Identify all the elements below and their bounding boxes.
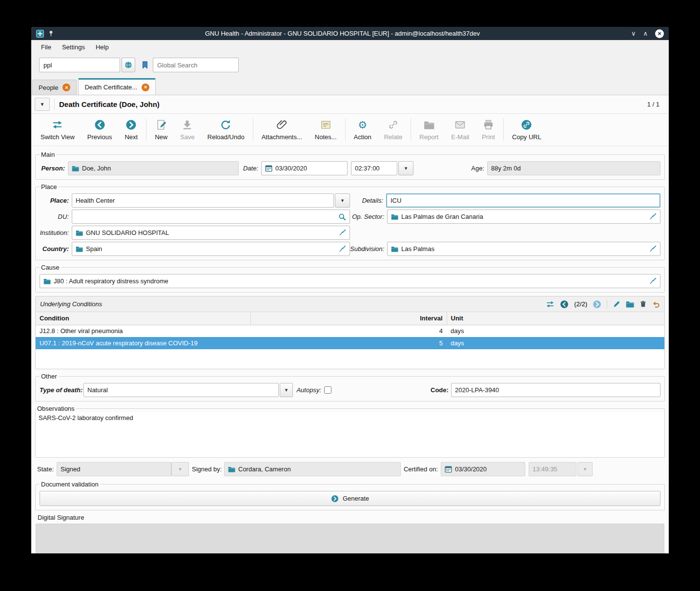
bookmark-icon[interactable]: [142, 61, 148, 69]
op-sector-value: Las Palmas de Gran Canaria: [401, 213, 483, 220]
next-button[interactable]: Next: [118, 114, 144, 146]
tab-death-certificate-close-icon[interactable]: ×: [142, 84, 149, 91]
code-field[interactable]: 2020-LPA-3940: [451, 383, 660, 397]
column-header-interval[interactable]: Interval: [250, 312, 447, 325]
column-header-unit[interactable]: Unit: [447, 312, 664, 325]
table-empty-area: [36, 349, 664, 369]
tab-people[interactable]: People ×: [32, 80, 77, 95]
previous-label: Previous: [87, 133, 112, 141]
type-of-death-field[interactable]: Natural: [83, 383, 279, 397]
list-next-icon[interactable]: [593, 300, 601, 309]
reload-button[interactable]: Reload/Undo: [201, 114, 251, 146]
tab-bar: People × Death Certificate... ×: [31, 76, 669, 95]
op-sector-field[interactable]: Las Palmas de Gran Canaria: [387, 210, 660, 224]
autopsy-checkbox[interactable]: [324, 386, 331, 394]
desktop-background: GNU Health - Administrator - GNU SOLIDAR…: [0, 0, 700, 591]
minimize-button[interactable]: ∨: [631, 30, 636, 37]
notes-button[interactable]: Notes...: [309, 114, 343, 146]
details-field[interactable]: ICU: [386, 193, 660, 208]
global-search-input[interactable]: [153, 58, 239, 72]
toolbar-separator: [146, 119, 146, 141]
table-row[interactable]: J12.8 : Other viral pneumonia 4 days: [36, 325, 664, 337]
toolbar-separator: [503, 119, 504, 141]
place-legend: Place: [40, 183, 59, 190]
place-dropdown-button[interactable]: ▾: [335, 193, 350, 208]
gear-icon: ⚙: [358, 119, 367, 131]
app-window: GNU Health - Administrator - GNU SOLIDAR…: [31, 27, 669, 553]
document-validation-legend: Document validation: [40, 481, 100, 488]
new-icon: [156, 119, 167, 131]
tab-people-close-icon[interactable]: ×: [62, 84, 70, 91]
chevron-down-icon: ▾: [405, 165, 408, 171]
menu-settings[interactable]: Settings: [57, 42, 90, 52]
save-button: Save: [174, 114, 201, 146]
person-field[interactable]: Doe, John: [68, 161, 239, 175]
edit-record-icon[interactable]: [613, 300, 620, 308]
other-fieldset: Other Type of death: Natural ▾ Autopsy: …: [35, 373, 665, 401]
delete-record-icon[interactable]: [639, 300, 647, 308]
titlebar[interactable]: GNU Health - Administrator - GNU SOLIDAR…: [31, 27, 669, 40]
folder-icon: [391, 246, 398, 252]
list-switch-view-icon[interactable]: [546, 300, 555, 309]
email-label: E-Mail: [451, 133, 469, 141]
certified-time-field: 13:49:35: [529, 462, 576, 476]
folder-icon: [228, 466, 235, 472]
menu-help[interactable]: Help: [91, 42, 114, 52]
paperclip-icon: [276, 119, 288, 131]
search-icon[interactable]: [338, 213, 346, 221]
observations-textarea[interactable]: SARS-CoV-2 laboratoy confirmed: [36, 412, 664, 457]
country-field[interactable]: Spain: [72, 242, 350, 256]
clear-icon[interactable]: [649, 213, 657, 220]
subdivision-field[interactable]: Las Palmas: [387, 242, 660, 256]
column-header-condition[interactable]: Condition: [36, 312, 250, 325]
pin-icon[interactable]: [48, 30, 54, 37]
close-window-button[interactable]: ×: [655, 29, 664, 38]
signed-by-field: Cordara, Cameron: [224, 462, 401, 476]
undo-icon[interactable]: [652, 300, 660, 308]
place-field[interactable]: Health Center: [72, 193, 334, 208]
reload-icon: [220, 119, 231, 131]
tab-death-certificate[interactable]: Death Certificate... ×: [78, 78, 156, 95]
attachments-button[interactable]: Attachments...: [255, 114, 309, 146]
institution-value: GNU SOLIDARIO HOSPITAL: [86, 229, 169, 236]
clear-icon[interactable]: [649, 277, 657, 285]
action-button[interactable]: ⚙ Action: [348, 114, 378, 146]
cause-field[interactable]: J80 : Adult respiratory distress syndrom…: [40, 274, 660, 288]
generate-button[interactable]: Generate: [40, 491, 660, 506]
command-input[interactable]: [39, 58, 120, 72]
observations-legend: Observations: [36, 405, 76, 412]
type-of-death-dropdown-button[interactable]: ▾: [280, 383, 293, 397]
cell-condition: U07.1 : 2019-nCoV acute respiratory dise…: [36, 337, 250, 349]
time-field[interactable]: 02:37:00: [351, 161, 397, 175]
maximize-button[interactable]: ∧: [643, 30, 648, 37]
du-field[interactable]: [72, 210, 350, 224]
list-previous-icon[interactable]: [560, 300, 569, 309]
certified-date-value: 03/30/2020: [455, 465, 487, 473]
new-button[interactable]: New: [148, 114, 174, 146]
clear-icon[interactable]: [339, 245, 346, 253]
collapse-button[interactable]: ▼: [35, 98, 50, 111]
clear-icon[interactable]: [649, 245, 657, 253]
next-label: Next: [124, 133, 138, 141]
launch-button[interactable]: [122, 58, 135, 72]
state-dropdown-button: ▾: [171, 462, 189, 476]
document-validation-fieldset: Document validation Generate: [35, 481, 665, 510]
date-field[interactable]: 03/30/2020: [261, 161, 348, 175]
menu-file[interactable]: File: [36, 42, 56, 52]
datetime-dropdown-button[interactable]: ▾: [398, 161, 413, 175]
subdivision-value: Las Palmas: [401, 245, 434, 253]
open-record-icon[interactable]: [626, 300, 634, 308]
underlying-conditions-panel: Underlying Conditions (2/2): [35, 296, 665, 369]
institution-field[interactable]: GNU SOLIDARIO HOSPITAL: [72, 226, 350, 240]
copy-url-button[interactable]: Copy URL: [506, 114, 548, 146]
previous-icon: [94, 119, 105, 131]
cell-unit: days: [447, 337, 664, 349]
table-row-selected[interactable]: U07.1 : 2019-nCoV acute respiratory dise…: [36, 337, 664, 349]
cause-value: J80 : Adult respiratory distress syndrom…: [54, 277, 168, 285]
tab-people-label: People: [39, 84, 58, 91]
switch-view-button[interactable]: Switch View: [34, 114, 81, 146]
chevron-down-icon: ▾: [285, 387, 288, 393]
clear-icon[interactable]: [339, 229, 346, 236]
previous-button[interactable]: Previous: [81, 114, 119, 146]
place-value: Health Center: [76, 197, 115, 204]
